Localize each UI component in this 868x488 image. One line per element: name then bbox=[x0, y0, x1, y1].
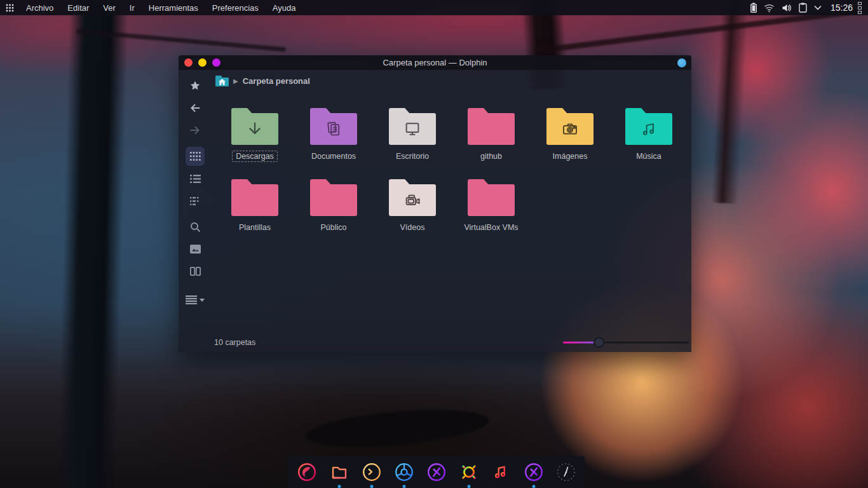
forward-icon[interactable] bbox=[186, 121, 205, 140]
dock bbox=[288, 456, 585, 488]
arrow-down-glyph bbox=[245, 119, 264, 139]
panel-handle-icon[interactable] bbox=[858, 2, 862, 14]
monitor-glyph bbox=[402, 119, 423, 139]
battery-icon[interactable] bbox=[750, 3, 757, 13]
menu-archivo[interactable]: Archivo bbox=[19, 0, 60, 15]
zoom-slider[interactable] bbox=[563, 337, 689, 348]
titlebar[interactable]: Carpeta personal — Dolphin bbox=[179, 55, 691, 70]
folder-imagenes[interactable]: Imágenes bbox=[531, 108, 609, 179]
clock[interactable]: 15:26 bbox=[831, 3, 853, 13]
tree-trunk bbox=[57, 0, 128, 488]
dolphin-window: Carpeta personal — Dolphin bbox=[179, 55, 691, 352]
volume-icon[interactable] bbox=[782, 3, 792, 13]
clipboard-icon[interactable] bbox=[799, 3, 807, 13]
video-glyph bbox=[402, 191, 423, 210]
menu-preferencias[interactable]: Preferencias bbox=[205, 0, 266, 15]
breadcrumb: ▶ Carpeta personal bbox=[212, 70, 691, 92]
maximize-button[interactable] bbox=[212, 58, 220, 67]
menu-ver[interactable]: Ver bbox=[96, 0, 123, 15]
window-menu-button[interactable] bbox=[677, 58, 686, 67]
close-button[interactable] bbox=[184, 58, 193, 67]
statusbar: 10 carpetas bbox=[179, 333, 691, 352]
folder-github[interactable]: github bbox=[452, 108, 531, 179]
chevron-down-icon[interactable] bbox=[814, 5, 822, 10]
music-glyph bbox=[639, 119, 658, 139]
preview-image-icon[interactable] bbox=[186, 240, 205, 259]
folder-count: 10 carpetas bbox=[214, 338, 255, 347]
global-menubar: Archivo Editar Ver Ir Herramientas Prefe… bbox=[0, 0, 868, 15]
slider-handle[interactable] bbox=[593, 337, 604, 348]
window-title: Carpeta personal — Dolphin bbox=[179, 58, 691, 67]
minimize-button[interactable] bbox=[198, 58, 207, 67]
folder-plantillas[interactable]: Plantillas bbox=[215, 179, 294, 250]
dock-firefox-icon[interactable] bbox=[295, 460, 319, 484]
folder-descargas[interactable]: Descargas bbox=[215, 108, 294, 179]
documents-glyph bbox=[324, 119, 343, 139]
network-icon[interactable] bbox=[764, 3, 775, 13]
dock-chrome-icon[interactable] bbox=[392, 460, 416, 484]
menu-ir[interactable]: Ir bbox=[123, 0, 142, 15]
camera-glyph bbox=[560, 119, 580, 139]
dock-music-icon[interactable] bbox=[489, 460, 513, 484]
dock-vscode-2-icon[interactable] bbox=[522, 460, 546, 484]
dock-settings-gear-icon[interactable] bbox=[457, 460, 481, 484]
bookmarks-star-icon[interactable] bbox=[186, 76, 205, 95]
compact-view-icon[interactable] bbox=[186, 191, 205, 210]
folder-escritorio[interactable]: Escritorio bbox=[373, 108, 452, 179]
caret-down-icon bbox=[200, 299, 205, 302]
folder-musica[interactable]: Música bbox=[609, 108, 688, 179]
details-view-icon[interactable] bbox=[186, 169, 205, 188]
split-view-icon[interactable] bbox=[186, 262, 205, 281]
folder-documentos[interactable]: Documentos bbox=[294, 108, 373, 179]
folder-videos[interactable]: Vídeos bbox=[373, 179, 452, 250]
hamburger-menu-icon[interactable] bbox=[186, 295, 205, 304]
search-icon[interactable] bbox=[186, 217, 205, 236]
folder-publico[interactable]: Público bbox=[294, 179, 373, 250]
menu-ayuda[interactable]: Ayuda bbox=[266, 0, 303, 15]
breadcrumb-arrow-icon: ▶ bbox=[233, 78, 238, 85]
fallen-log bbox=[304, 403, 490, 452]
dock-terminal-icon[interactable] bbox=[360, 460, 384, 484]
toolbar-sidebar bbox=[179, 70, 212, 352]
menu-herramientas[interactable]: Herramientas bbox=[142, 0, 205, 15]
menu-editar[interactable]: Editar bbox=[60, 0, 96, 15]
folder-virtualbox-vms[interactable]: VirtualBox VMs bbox=[452, 179, 531, 250]
back-icon[interactable] bbox=[186, 98, 205, 118]
apps-grid-icon[interactable] bbox=[0, 0, 19, 15]
home-folder-icon[interactable] bbox=[215, 76, 229, 86]
folder-grid: Descargas Documentos Escritorio bbox=[212, 92, 688, 250]
icons-view-icon[interactable] bbox=[186, 147, 205, 166]
dock-clock-icon[interactable] bbox=[554, 460, 578, 484]
breadcrumb-path[interactable]: Carpeta personal bbox=[243, 76, 310, 86]
dock-files-icon[interactable] bbox=[327, 460, 351, 484]
dock-vscode-icon[interactable] bbox=[424, 460, 449, 484]
